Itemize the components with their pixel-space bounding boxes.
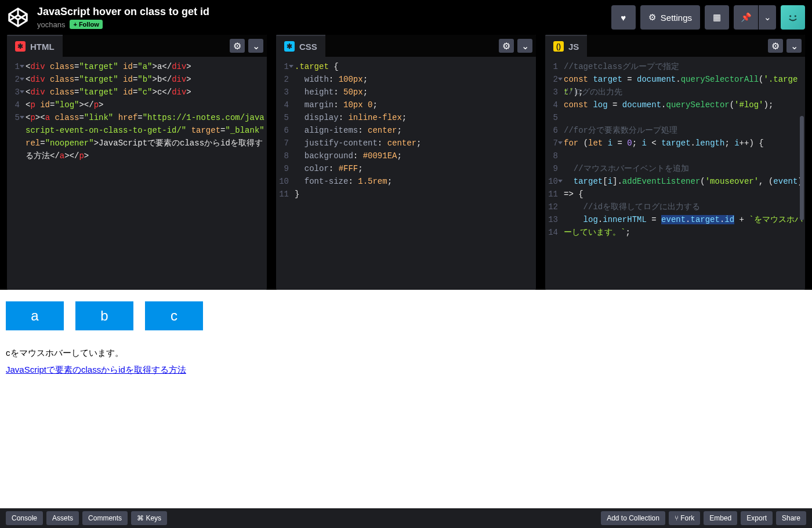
grid-icon: ▦	[713, 12, 721, 23]
html-icon: ✱	[15, 41, 26, 52]
add-collection-button[interactable]: Add to Collection	[601, 511, 665, 525]
css-editor[interactable]: 1234567891011 .target { width: 100px; he…	[276, 57, 536, 290]
gear-icon: ⚙	[502, 41, 510, 52]
share-button[interactable]: Share	[776, 511, 806, 525]
js-settings-button[interactable]: ⚙	[768, 39, 783, 53]
user-avatar[interactable]	[781, 5, 805, 30]
html-label: HTML	[30, 42, 55, 52]
css-panel: ✱ CSS ⚙ ⌄ 1234567891011 .target { width:…	[276, 35, 536, 290]
header-actions: ♥ ⚙ Settings ▦ 📌 ⌄	[611, 5, 805, 30]
svg-point-4	[795, 15, 796, 17]
css-dropdown-button[interactable]: ⌄	[517, 39, 532, 53]
pin-icon: 📌	[741, 12, 752, 23]
chevron-down-icon: ⌄	[521, 41, 529, 52]
heart-icon: ♥	[621, 13, 626, 23]
comments-button[interactable]: Comments	[82, 511, 128, 525]
gear-icon: ⚙	[233, 41, 241, 52]
codepen-logo-icon[interactable]	[7, 6, 29, 28]
pen-title: JavaScript hover on class to get id	[37, 6, 209, 18]
scrollbar[interactable]	[800, 116, 804, 220]
js-tab[interactable]: () JS	[545, 35, 587, 57]
js-icon: ()	[553, 41, 564, 52]
css-label: CSS	[299, 42, 317, 52]
keys-button[interactable]: ⌘ Keys	[131, 511, 167, 525]
js-editor[interactable]: 1234567891011121314 //tagetclassグループで指定c…	[545, 57, 805, 290]
assets-button[interactable]: Assets	[46, 511, 79, 525]
gear-icon: ⚙	[771, 41, 780, 52]
settings-button[interactable]: ⚙ Settings	[640, 5, 700, 30]
title-area: JavaScript hover on class to get id yoch…	[37, 6, 209, 29]
pin-button[interactable]: 📌	[734, 5, 758, 30]
pin-dropdown[interactable]: ⌄	[759, 5, 776, 30]
target-a[interactable]: a	[6, 301, 64, 330]
footer: Console Assets Comments ⌘ Keys Add to Co…	[0, 508, 812, 528]
article-link[interactable]: JavaScriptで要素のclassからidを取得する方法	[6, 365, 186, 374]
html-tab[interactable]: ✱ HTML	[7, 35, 63, 57]
log-output: cをマウスホバーしています。	[6, 348, 806, 359]
css-tab[interactable]: ✱ CSS	[276, 35, 325, 57]
html-settings-button[interactable]: ⚙	[230, 39, 245, 53]
css-icon: ✱	[284, 41, 295, 52]
chevron-down-icon: ⌄	[764, 12, 771, 23]
fork-button[interactable]: ⑂ Fork	[669, 511, 700, 525]
love-button[interactable]: ♥	[611, 5, 636, 30]
svg-point-3	[789, 15, 791, 17]
view-button[interactable]: ▦	[705, 5, 729, 30]
gear-icon: ⚙	[648, 12, 656, 23]
js-label: JS	[568, 42, 579, 52]
target-c[interactable]: c	[145, 301, 203, 330]
settings-label: Settings	[661, 13, 692, 23]
preview-pane: abc cをマウスホバーしています。 JavaScriptで要素のclassから…	[0, 290, 812, 508]
js-panel: () JS ⚙ ⌄ 1234567891011121314 //tagetcla…	[545, 35, 805, 290]
chevron-down-icon: ⌄	[252, 41, 260, 52]
html-editor[interactable]: 12345 <div class="target" id="a">a</div>…	[7, 57, 267, 290]
chevron-down-icon: ⌄	[791, 41, 798, 52]
css-settings-button[interactable]: ⚙	[499, 39, 514, 53]
js-dropdown-button[interactable]: ⌄	[786, 39, 802, 53]
target-b[interactable]: b	[75, 301, 133, 330]
follow-button[interactable]: + Follow	[70, 20, 102, 29]
html-dropdown-button[interactable]: ⌄	[248, 39, 263, 53]
export-button[interactable]: Export	[741, 511, 773, 525]
header: JavaScript hover on class to get id yoch…	[0, 0, 812, 35]
pen-author[interactable]: yochans	[37, 20, 65, 29]
console-button[interactable]: Console	[6, 511, 43, 525]
html-panel: ✱ HTML ⚙ ⌄ 12345 <div class="target" id=…	[7, 35, 267, 290]
editor-panels: ✱ HTML ⚙ ⌄ 12345 <div class="target" id=…	[0, 35, 812, 290]
embed-button[interactable]: Embed	[704, 511, 737, 525]
